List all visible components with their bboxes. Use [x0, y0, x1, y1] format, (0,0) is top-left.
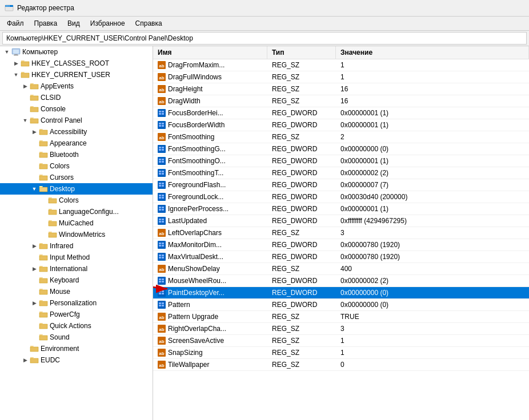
table-row[interactable]: FontSmoothingG... REG_DWORD 0x00000000 (…: [153, 143, 529, 155]
folder-icon-powercfg: [39, 310, 48, 319]
table-row[interactable]: ab DragFullWindows REG_SZ 1: [153, 71, 529, 83]
tree-item-hkey-classes[interactable]: HKEY_CLASSES_ROOT: [0, 58, 153, 69]
expand-appevents[interactable]: [21, 82, 30, 91]
expand-computer[interactable]: [2, 47, 11, 56]
tree-item-colors2[interactable]: Colors: [0, 195, 153, 206]
cell-type-text: REG_SZ: [272, 349, 299, 357]
menu-file[interactable]: Файл: [2, 18, 29, 29]
svg-rect-25: [159, 125, 161, 127]
app-icon: [5, 3, 14, 13]
tree-item-sound[interactable]: Sound: [0, 332, 153, 343]
registry-values-panel[interactable]: Имя Тип Значение ab DragFromMaxim... REG…: [153, 46, 529, 420]
tree-item-inputmethod[interactable]: Input Method: [0, 252, 153, 263]
table-row[interactable]: Pattern REG_DWORD 0x00000000 (0): [153, 299, 529, 311]
cell-value: 0x00000000 (0): [336, 143, 529, 155]
table-row[interactable]: ab Pattern Upgrade REG_SZ TRUE: [153, 311, 529, 323]
tree-item-colors[interactable]: Colors: [0, 160, 153, 172]
table-row[interactable]: ab SnapSizing REG_SZ 1: [153, 347, 529, 359]
expand-hkey-current[interactable]: [11, 70, 21, 79]
expand-eudc[interactable]: [21, 356, 30, 365]
tree-item-mouse[interactable]: Mouse: [0, 286, 153, 297]
tree-item-bluetooth[interactable]: Bluetooth: [0, 149, 153, 160]
tree-item-international[interactable]: International: [0, 263, 153, 274]
table-row[interactable]: IgnorePerProcess... REG_DWORD 0x00000001…: [153, 203, 529, 215]
col-header-name[interactable]: Имя: [153, 46, 267, 59]
expand-accessibility[interactable]: [30, 127, 39, 136]
col-header-value[interactable]: Значение: [336, 46, 529, 59]
table-row[interactable]: FocusBorderWidth REG_DWORD 0x00000001 (1…: [153, 119, 529, 131]
table-row[interactable]: MouseWheelRou... REG_DWORD 0x00000002 (2…: [153, 275, 529, 287]
cell-type-text: REG_DWORD: [272, 109, 317, 117]
table-row[interactable]: ab MenuShowDelay REG_SZ 400: [153, 263, 529, 275]
tree-item-console[interactable]: Console: [0, 103, 153, 115]
table-row[interactable]: ab ScreenSaveActive REG_SZ 1: [153, 335, 529, 347]
table-row[interactable]: FocusBorderHei... REG_DWORD 0x00000001 (…: [153, 107, 529, 119]
cell-name-text: FontSmoothingT...: [168, 169, 223, 177]
cell-type: REG_SZ: [267, 359, 336, 370]
tree-item-accessibility[interactable]: Accessibility: [0, 126, 153, 138]
svg-rect-32: [159, 149, 161, 151]
table-row[interactable]: MaxVirtualDeskt... REG_DWORD 0x00000780 …: [153, 251, 529, 263]
cell-type: REG_SZ: [267, 335, 336, 346]
cell-type-text: REG_DWORD: [272, 241, 317, 249]
menu-view[interactable]: Вид: [63, 18, 85, 29]
svg-rect-7: [14, 54, 18, 55]
tree-item-cursors[interactable]: Cursors: [0, 172, 153, 183]
table-row[interactable]: PaintDesktopVer... REG_DWORD 0x00000000 …: [153, 287, 529, 299]
tree-item-computer[interactable]: Компьютер: [0, 46, 153, 58]
tree-item-clsid[interactable]: CLSID: [0, 92, 153, 103]
expand-personalization[interactable]: [30, 298, 39, 308]
svg-rect-45: [159, 183, 161, 184]
tree-item-windowmetrics[interactable]: WindowMetrics: [0, 229, 153, 240]
cell-name-text: LastUpdated: [168, 217, 207, 225]
table-row[interactable]: FontSmoothingT... REG_DWORD 0x00000002 (…: [153, 167, 529, 179]
cell-type: REG_DWORD: [267, 155, 336, 167]
expand-controlpanel[interactable]: [21, 116, 30, 125]
tree-item-appearance[interactable]: Appearance: [0, 138, 153, 149]
breadcrumb[interactable]: Компьютер\HKEY_CURRENT_USER\Control Pane…: [2, 32, 527, 45]
table-row[interactable]: ForegroundLock... REG_DWORD 0x00030d40 (…: [153, 191, 529, 203]
cell-value: 3: [336, 323, 529, 334]
tree-label-eudc: EUDC: [41, 356, 60, 364]
table-row[interactable]: ab DragWidth REG_SZ 16: [153, 95, 529, 107]
folder-icon-appearance: [39, 139, 48, 148]
svg-rect-79: [159, 278, 161, 280]
tree-item-infrared[interactable]: Infrared: [0, 240, 153, 252]
col-header-type[interactable]: Тип: [267, 46, 336, 59]
table-row[interactable]: LastUpdated REG_DWORD 0xffffffff (429496…: [153, 215, 529, 227]
tree-item-muicached[interactable]: MuiCached: [0, 217, 153, 229]
table-row[interactable]: ab DragHeight REG_SZ 16: [153, 83, 529, 95]
menu-favorites[interactable]: Избранное: [86, 18, 130, 29]
table-row[interactable]: ab DragFromMaxim... REG_SZ 1: [153, 59, 529, 71]
menu-help[interactable]: Справка: [131, 18, 167, 29]
tree-item-quickactions[interactable]: Quick Actions: [0, 320, 153, 332]
tree-item-desktop[interactable]: Desktop: [0, 183, 153, 195]
table-row[interactable]: ab TileWallpaper REG_SZ 0: [153, 359, 529, 371]
table-row[interactable]: ab FontSmoothing REG_SZ 2: [153, 131, 529, 143]
menu-edit[interactable]: Правка: [30, 18, 62, 29]
table-row[interactable]: MaxMonitorDim... REG_DWORD 0x00000780 (1…: [153, 239, 529, 251]
svg-rect-35: [159, 159, 161, 160]
expand-desktop[interactable]: [30, 184, 39, 193]
tree-item-appevents[interactable]: AppEvents: [0, 80, 153, 92]
table-row[interactable]: ab LeftOverlapChars REG_SZ 3: [153, 227, 529, 239]
table-row[interactable]: FontSmoothingO... REG_DWORD 0x00000001 (…: [153, 155, 529, 167]
cell-name: MaxVirtualDeskt...: [153, 251, 267, 262]
expand-international[interactable]: [30, 264, 39, 273]
tree-item-keyboard[interactable]: Keyboard: [0, 274, 153, 286]
table-row[interactable]: ForegroundFlash... REG_DWORD 0x00000007 …: [153, 179, 529, 191]
tree-item-controlpanel[interactable]: Control Panel: [0, 115, 153, 126]
dword-icon: [158, 109, 166, 117]
tree-item-powercfg[interactable]: PowerCfg: [0, 309, 153, 320]
tree-item-languageconfig[interactable]: LanguageConfigu...: [0, 206, 153, 217]
tree-item-eudc[interactable]: EUDC: [0, 354, 153, 366]
expand-infrared[interactable]: [30, 241, 39, 251]
expand-hkey-classes[interactable]: [11, 59, 21, 68]
registry-tree[interactable]: Компьютер HKEY_CLASSES_ROOT HKEY_CURRENT…: [0, 46, 153, 420]
table-row[interactable]: ab RightOverlapCha... REG_SZ 3: [153, 323, 529, 335]
cell-type: REG_SZ: [267, 311, 336, 322]
cell-type-text: REG_SZ: [272, 73, 299, 81]
tree-item-hkey-current[interactable]: HKEY_CURRENT_USER: [0, 69, 153, 80]
tree-item-personalization[interactable]: Personalization: [0, 297, 153, 309]
tree-item-environment[interactable]: Environment: [0, 343, 153, 354]
